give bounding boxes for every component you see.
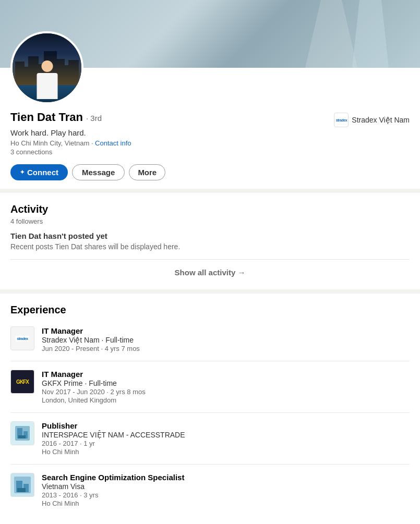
experience-title: Experience [10,304,410,316]
exp-logo-stradex: stradex [10,326,34,350]
svg-rect-4 [18,435,26,438]
profile-degree: · 3rd [86,114,102,123]
company-logo-small: stradex [334,113,349,127]
exp-location-2: London, United Kingdom [42,396,146,404]
avatar [10,31,83,104]
experience-item-3: Publisher INTERSPACE VIỆT NAM - ACCESSTR… [10,413,410,465]
exp-logo-interspace [10,421,34,445]
exp-info-1: IT Manager Stradex Việt Nam · Full-time … [42,326,140,352]
exp-duration-4: 2013 - 2016 · 3 yrs [42,491,184,499]
profile-name-section: Tien Dat Tran · 3rd [10,111,102,124]
exp-title-1: IT Manager [42,326,140,335]
activity-title: Activity [10,203,410,215]
more-button[interactable]: More [129,164,165,180]
profile-connections: 3 connections [10,148,410,156]
profile-name: Tien Dat Tran [10,111,83,124]
company-name: Stradex Việt Nam [352,116,410,124]
exp-company-3: INTERSPACE VIỆT NAM - ACCESSTRADE [42,431,185,439]
profile-top-row: Tien Dat Tran · 3rd stradex Stradex Việt… [10,111,410,127]
exp-title-2: IT Manager [42,370,146,379]
contact-info-link[interactable]: Contact info [95,139,131,147]
exp-logo-vietnam-visa [10,473,34,497]
exp-company-1: Stradex Việt Nam · Full-time [42,336,140,344]
show-all-activity-button[interactable]: Show all activity → [10,259,410,279]
connect-button[interactable]: Connect [10,164,68,180]
message-button[interactable]: Message [72,164,125,180]
exp-company-4: Vietnam Visa [42,482,184,491]
experience-item-4: Search Engine Optimization Specialist Vi… [10,465,410,516]
experience-item-2: GKFX IT Manager GKFX Prime · Full-time N… [10,361,410,413]
profile-info: Tien Dat Tran · 3rd stradex Stradex Việt… [0,104,420,156]
exp-title-4: Search Engine Optimization Specialist [42,473,184,482]
profile-card: Tien Dat Tran · 3rd stradex Stradex Việt… [0,0,420,189]
activity-card: Activity 4 followers Tien Dat hasn't pos… [0,193,420,289]
exp-info-2: IT Manager GKFX Prime · Full-time Nov 20… [42,370,146,404]
profile-actions: Connect Message More [0,164,420,180]
exp-info-4: Search Engine Optimization Specialist Vi… [42,473,184,507]
exp-duration-1: Jun 2020 - Present · 4 yrs 7 mos [42,345,140,352]
activity-followers: 4 followers [10,217,410,225]
activity-empty-desc: Recent posts Tien Dat shares will be dis… [10,242,410,251]
exp-location-3: Ho Chi Minh [42,448,185,456]
exp-logo-gkfx: GKFX [10,370,34,394]
company-badge: stradex Stradex Việt Nam [334,113,410,127]
profile-avatar-container [0,31,420,104]
profile-headline: Work hard. Play hard. [10,128,410,137]
activity-empty-title: Tien Dat hasn't posted yet [10,231,410,240]
experience-item-1: stradex IT Manager Stradex Việt Nam · Fu… [10,318,410,361]
exp-location-4: Ho Chi Minh [42,499,184,507]
profile-location: Ho Chi Minh City, Vietnam · Contact info [10,139,410,147]
exp-info-3: Publisher INTERSPACE VIỆT NAM - ACCESSTR… [42,421,185,456]
exp-duration-2: Nov 2017 - Jun 2020 · 2 yrs 8 mos [42,388,146,396]
exp-company-2: GKFX Prime · Full-time [42,379,146,387]
svg-rect-9 [17,488,26,492]
experience-card: Experience stradex IT Manager Stradex Vi… [0,294,420,524]
exp-title-3: Publisher [42,421,185,430]
exp-duration-3: 2016 - 2017 · 1 yr [42,440,185,447]
